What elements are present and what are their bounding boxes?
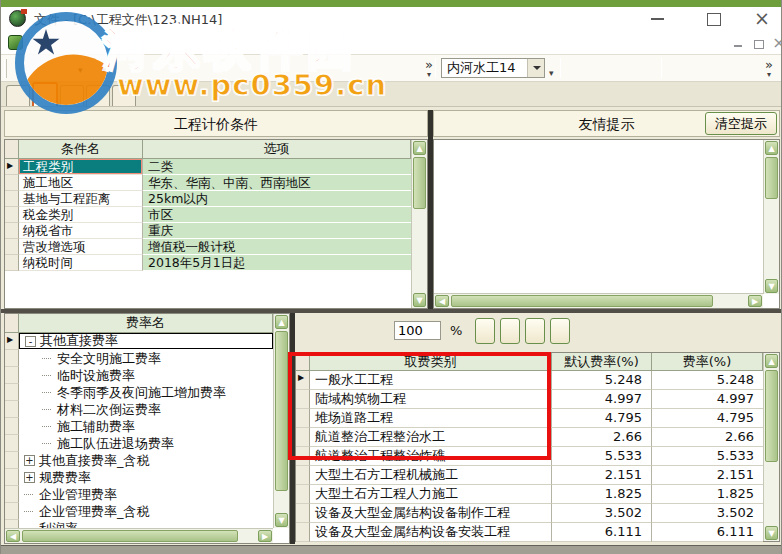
current-row-indicator[interactable]: [5, 486, 19, 503]
current-row-indicator[interactable]: [5, 367, 19, 384]
condition-name-cell[interactable]: 基地与工程距离: [19, 191, 143, 207]
rate-action-button[interactable]: [550, 318, 570, 344]
rate-row[interactable]: 设备及大型金属结构设备安装工程 6.111 6.111: [296, 523, 763, 542]
condition-name-cell[interactable]: 税金类别: [19, 207, 143, 223]
tree-expander-icon[interactable]: [24, 506, 35, 517]
default-rate-cell[interactable]: 6.111: [552, 523, 652, 542]
current-row-indicator[interactable]: [5, 207, 19, 223]
pricing-row[interactable]: 工程类别 二类: [5, 159, 411, 175]
rate-row[interactable]: 航道整治工程整治水工 2.66 2.66: [296, 428, 763, 447]
pricing-vertical-scrollbar[interactable]: [411, 140, 427, 308]
current-row-indicator[interactable]: [296, 466, 310, 485]
minimize-icon[interactable]: [644, 7, 670, 31]
rate-row[interactable]: 大型土石方工程人力施工 1.825 1.825: [296, 485, 763, 504]
rate-cell[interactable]: 2.66: [652, 428, 763, 447]
rate-action-button[interactable]: [525, 318, 545, 344]
tree-item[interactable]: 其他直接费率_含税: [5, 452, 273, 469]
category-cell[interactable]: 陆域构筑物工程: [310, 390, 552, 409]
default-rate-cell[interactable]: 2.151: [552, 466, 652, 485]
tree-item-label[interactable]: 材料二次倒运费率: [57, 401, 161, 418]
tree-item-body[interactable]: 安全文明施工费率: [19, 350, 273, 367]
current-row-indicator[interactable]: [5, 333, 19, 350]
category-cell[interactable]: 设备及大型金属结构设备安装工程: [310, 523, 552, 542]
rate-row[interactable]: 一般水工工程 5.248 5.248: [296, 371, 763, 390]
scroll-down-icon[interactable]: [765, 526, 778, 540]
tree-item[interactable]: 冬季雨季及夜间施工增加费率: [5, 384, 273, 401]
current-row-indicator[interactable]: [5, 384, 19, 401]
current-row-indicator[interactable]: [5, 520, 19, 528]
condition-name-cell[interactable]: 营改增选项: [19, 239, 143, 255]
current-row-indicator[interactable]: [5, 223, 19, 239]
tree-item-label[interactable]: 企业管理费率: [39, 486, 117, 503]
category-cell[interactable]: 堆场道路工程: [310, 409, 552, 428]
pricing-row[interactable]: 纳税省市 重庆: [5, 223, 411, 239]
tree-item-label[interactable]: 其他直接费率: [40, 333, 118, 349]
scroll-up-icon[interactable]: [765, 354, 778, 368]
rate-cell[interactable]: 1.825: [652, 485, 763, 504]
tree-item-label[interactable]: 施工辅助费率: [57, 418, 135, 435]
scroll-up-icon[interactable]: [413, 141, 426, 155]
scroll-down-icon[interactable]: [765, 279, 778, 293]
rate-action-button[interactable]: [500, 318, 520, 344]
tree-item[interactable]: 施工队伍进退场费率: [5, 435, 273, 452]
scrollbar-thumb[interactable]: [22, 530, 238, 542]
default-rate-cell[interactable]: 5.533: [552, 447, 652, 466]
combo-extra-arrow-icon[interactable]: ▾: [549, 68, 554, 78]
tree-item-body[interactable]: 企业管理费率_含税: [19, 503, 273, 520]
rate-row[interactable]: 航道整治工程整治炸礁 5.533 5.533: [296, 447, 763, 466]
scroll-up-icon[interactable]: [765, 141, 778, 155]
tree-item-body[interactable]: 规费费率: [19, 469, 273, 486]
current-row-indicator[interactable]: [5, 469, 19, 486]
rate-cell[interactable]: 3.502: [652, 504, 763, 523]
current-row-indicator[interactable]: [5, 191, 19, 207]
tree-item-label[interactable]: 冬季雨季及夜间施工增加费率: [57, 384, 226, 401]
scrollbar-thumb[interactable]: [765, 157, 778, 199]
mdi-restore-icon[interactable]: [752, 36, 768, 50]
current-row-indicator[interactable]: [296, 409, 310, 428]
current-row-indicator[interactable]: [296, 504, 310, 523]
condition-value-cell[interactable]: 重庆: [143, 223, 411, 239]
tree-item[interactable]: 企业管理费率: [5, 486, 273, 503]
chevron-down-icon[interactable]: [527, 59, 544, 77]
document-icon[interactable]: [8, 35, 23, 50]
condition-name-cell[interactable]: 施工地区: [19, 175, 143, 191]
tab[interactable]: [6, 85, 30, 106]
tab[interactable]: [86, 85, 110, 106]
tree-expander-icon[interactable]: [42, 370, 53, 381]
tree-expander-icon[interactable]: [42, 438, 53, 449]
tree-expander-icon[interactable]: [24, 455, 35, 466]
tree-item-label[interactable]: 企业管理费率_含税: [39, 503, 150, 520]
close-icon[interactable]: [749, 7, 775, 31]
toolbar-overflow-chevron[interactable]: »: [425, 57, 433, 79]
category-cell[interactable]: 一般水工工程: [310, 371, 552, 390]
scrollbar-thumb[interactable]: [765, 370, 778, 462]
rate-cell[interactable]: 4.795: [652, 409, 763, 428]
tree-item[interactable]: 安全文明施工费率: [5, 350, 273, 367]
tree-expander-icon[interactable]: [42, 421, 53, 432]
current-row-indicator[interactable]: [296, 428, 310, 447]
condition-value-cell[interactable]: 2018年5月1日起: [143, 255, 411, 271]
scrollbar-thumb[interactable]: [413, 157, 426, 209]
scroll-right-icon[interactable]: [258, 530, 272, 542]
toolbar-button[interactable]: [66, 61, 90, 76]
tips-text-area[interactable]: [433, 139, 780, 309]
current-row-indicator[interactable]: [5, 239, 19, 255]
mdi-minimize-icon[interactable]: [730, 36, 746, 50]
rate-cell[interactable]: 4.997: [652, 390, 763, 409]
maximize-icon[interactable]: [701, 7, 727, 31]
quota-profile-select[interactable]: 内河水工14: [441, 58, 545, 78]
tree-expander-icon[interactable]: [25, 336, 36, 347]
default-rate-cell[interactable]: 4.997: [552, 390, 652, 409]
tree-expander-icon[interactable]: [42, 387, 53, 398]
tree-item[interactable]: 规费费率: [5, 469, 273, 486]
tree-item[interactable]: 利润率: [5, 520, 273, 528]
condition-value-cell[interactable]: 25km以内: [143, 191, 411, 207]
condition-name-cell[interactable]: 纳税时间: [19, 255, 143, 271]
tree-item[interactable]: 企业管理费率_含税: [5, 503, 273, 520]
scroll-right-icon[interactable]: [748, 295, 762, 307]
default-rate-cell[interactable]: 4.795: [552, 409, 652, 428]
scroll-left-icon[interactable]: [6, 530, 20, 542]
rate-row[interactable]: 陆域构筑物工程 4.997 4.997: [296, 390, 763, 409]
tree-item-body[interactable]: 施工队伍进退场费率: [19, 435, 273, 452]
toolbar-overflow-chevron[interactable]: »: [765, 57, 773, 79]
